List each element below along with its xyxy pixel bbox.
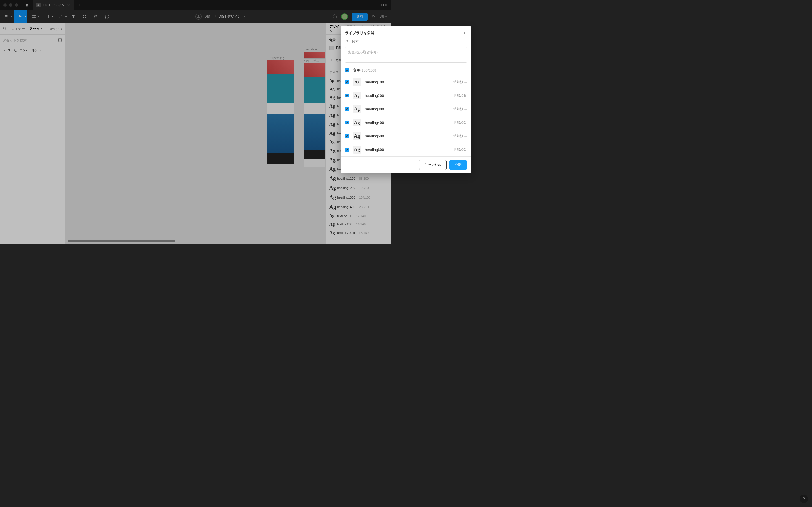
item-name: heading400 (365, 121, 391, 125)
item-checkbox[interactable] (345, 134, 349, 138)
item-checkbox[interactable] (345, 107, 349, 111)
item-checkbox[interactable] (345, 94, 349, 98)
modal-title: ライブラリを公開 (345, 31, 374, 36)
modal-search-input[interactable] (352, 40, 391, 43)
modal-style-row: Ag heading300 追加済み (341, 102, 391, 116)
ag-icon: Ag (353, 119, 361, 126)
modal-style-row: Ag heading100 追加済み (341, 75, 391, 89)
ag-icon: Ag (353, 105, 361, 113)
modal-style-row: Ag heading500 追加済み (341, 129, 391, 143)
item-name: heading200 (365, 94, 391, 98)
svg-point-7 (346, 40, 348, 42)
select-all-checkbox[interactable] (345, 68, 349, 72)
item-name: heading500 (365, 134, 391, 138)
modal-overlay[interactable]: ライブラリを公開 変更(103/103) Ag heading100 追加済み … (0, 0, 391, 244)
item-checkbox[interactable] (345, 148, 349, 152)
item-checkbox[interactable] (345, 80, 349, 84)
publish-library-modal: ライブラリを公開 変更(103/103) Ag heading100 追加済み … (341, 26, 391, 173)
modal-style-row: Ag heading200 追加済み (341, 89, 391, 102)
item-checkbox[interactable] (345, 121, 349, 124)
ag-icon: Ag (353, 78, 361, 86)
ag-icon: Ag (353, 146, 361, 154)
modal-style-row: Ag heading600 追加済み (341, 143, 391, 156)
ag-icon: Ag (353, 132, 361, 140)
item-name: heading600 (365, 148, 391, 152)
search-icon (345, 40, 349, 43)
change-description-input[interactable] (345, 47, 391, 62)
changes-label: 変更 (353, 68, 360, 72)
modal-style-row: Ag heading400 追加済み (341, 116, 391, 129)
item-name: heading300 (365, 107, 391, 111)
ag-icon: Ag (353, 92, 361, 100)
changes-count: (103/103) (360, 68, 376, 72)
item-name: heading100 (365, 80, 391, 84)
